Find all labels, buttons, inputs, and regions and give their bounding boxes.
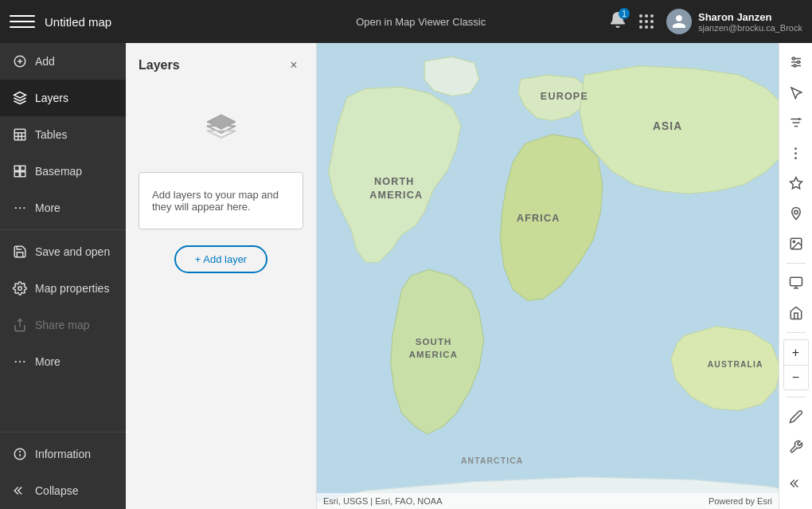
- sidebar-item-share-map[interactable]: Share map: [0, 307, 126, 343]
- menu-button[interactable]: [10, 9, 35, 34]
- layers-panel-close-button[interactable]: ×: [284, 56, 303, 75]
- layers-empty-icon: [201, 108, 242, 153]
- svg-point-13: [15, 207, 17, 209]
- fullscreen-button[interactable]: [783, 270, 809, 296]
- location-button[interactable]: [783, 201, 809, 226]
- more-dots-icon: [13, 201, 27, 215]
- save-icon: [13, 245, 27, 259]
- sidebar-item-layers[interactable]: Layers: [0, 80, 126, 116]
- topbar: Untitled map Open in Map Viewer Classic …: [0, 0, 812, 43]
- zoom-out-button[interactable]: −: [783, 365, 809, 390]
- sidebar-item-collapse[interactable]: Collapse: [0, 472, 126, 509]
- adjust-button[interactable]: [783, 49, 809, 75]
- svg-point-19: [19, 361, 21, 362]
- more-vertical-dots-icon: [794, 147, 797, 159]
- sidebar-item-add[interactable]: Add: [0, 43, 126, 80]
- svg-text:AUSTRALIA: AUSTRALIA: [708, 360, 763, 369]
- zoom-controls: + −: [783, 339, 809, 390]
- svg-point-40: [792, 57, 794, 60]
- sidebar-item-collapse-label: Collapse: [35, 484, 78, 497]
- notification-badge: 1: [619, 8, 630, 19]
- attribution-left: Esri, USGS | Esri, FAO, NOAA: [323, 496, 443, 506]
- sidebar-item-tables[interactable]: Tables: [0, 116, 126, 153]
- plus-circle-icon: [13, 54, 27, 69]
- svg-point-16: [18, 287, 22, 291]
- sidebar-item-information[interactable]: Information: [0, 436, 126, 472]
- svg-point-14: [19, 207, 21, 209]
- layers-panel: Layers × Add layers to your map and they…: [126, 43, 317, 509]
- sidebar-item-basemap[interactable]: Basemap: [0, 153, 126, 190]
- right-toolbar-divider2: [787, 332, 806, 333]
- waffle-menu-button[interactable]: [639, 14, 654, 29]
- layers-panel-header: Layers ×: [126, 43, 316, 84]
- svg-marker-3: [14, 92, 26, 99]
- svg-point-42: [794, 65, 796, 67]
- layers-empty-message: Add layers to your map and they will app…: [139, 172, 303, 229]
- right-toolbar-divider1: [787, 263, 806, 264]
- topbar-right: 1 Sharon Janzen sjanzen@brocku.ca_Brock: [609, 9, 802, 34]
- sidebar-divider2: [0, 432, 126, 433]
- sidebar-item-more1-label: More: [35, 202, 61, 214]
- tools-button[interactable]: [783, 434, 809, 460]
- sidebar-item-map-properties[interactable]: Map properties: [0, 270, 126, 307]
- more-tools-button[interactable]: [783, 140, 809, 166]
- map-area[interactable]: NORTH AMERICA SOUTH AMERICA EUROPE AFRIC…: [317, 43, 779, 509]
- collapse-icon: [13, 484, 27, 498]
- right-toolbar: + −: [779, 43, 812, 509]
- svg-point-18: [15, 361, 17, 362]
- svg-point-20: [23, 361, 25, 362]
- sidebar-item-map-props-label: Map properties: [35, 282, 109, 295]
- sidebar-item-more2[interactable]: More: [0, 343, 126, 380]
- svg-marker-47: [790, 178, 802, 189]
- svg-point-50: [793, 241, 794, 242]
- map-attribution: Esri, USGS | Esri, FAO, NOAA Powered by …: [317, 493, 779, 509]
- attribution-right: Powered by Esri: [709, 496, 772, 506]
- info-icon: [13, 447, 27, 461]
- sidebar-item-tables-label: Tables: [35, 128, 67, 141]
- zoom-in-button[interactable]: +: [783, 339, 809, 365]
- smart-mapping-button[interactable]: [783, 170, 809, 196]
- svg-rect-51: [790, 277, 802, 286]
- svg-rect-12: [21, 172, 25, 177]
- svg-rect-11: [14, 172, 19, 177]
- add-layer-label: + Add layer: [195, 253, 247, 265]
- layers-panel-title: Layers: [139, 58, 180, 72]
- sidebar-item-info-label: Information: [35, 448, 91, 460]
- svg-text:AFRICA: AFRICA: [517, 213, 560, 224]
- user-email: sjanzen@brocku.ca_Brock: [698, 23, 802, 33]
- sidebar: Add Layers: [0, 43, 126, 509]
- more-dots-icon2: [13, 354, 27, 369]
- filter-adjust-button[interactable]: [783, 110, 809, 135]
- user-profile-button[interactable]: Sharon Janzen sjanzen@brocku.ca_Brock: [666, 9, 802, 34]
- gear-icon: [13, 281, 27, 296]
- svg-text:ASIA: ASIA: [653, 120, 682, 132]
- sidebar-item-basemap-label: Basemap: [35, 165, 82, 178]
- basemap-icon: [13, 164, 27, 178]
- sidebar-item-layers-label: Layers: [35, 92, 68, 104]
- open-classic-link[interactable]: Open in Map Viewer Classic: [356, 16, 486, 28]
- avatar: [666, 9, 692, 34]
- home-button[interactable]: [783, 300, 809, 326]
- svg-text:AMERICA: AMERICA: [409, 350, 459, 359]
- svg-text:SOUTH: SOUTH: [416, 337, 452, 347]
- svg-text:EUROPE: EUROPE: [541, 91, 588, 102]
- sidebar-item-more1[interactable]: More: [0, 190, 126, 226]
- sidebar-item-save-label: Save and open: [35, 245, 110, 258]
- add-layer-button[interactable]: + Add layer: [174, 245, 267, 273]
- user-info: Sharon Janzen sjanzen@brocku.ca_Brock: [698, 11, 802, 33]
- svg-text:NORTH: NORTH: [374, 176, 415, 187]
- user-name: Sharon Janzen: [698, 11, 802, 23]
- notifications-button[interactable]: 1: [609, 11, 627, 32]
- svg-marker-26: [207, 131, 236, 138]
- svg-point-41: [797, 61, 799, 64]
- page-title: Untitled map: [45, 15, 232, 29]
- basemap-gallery-button[interactable]: [783, 231, 809, 256]
- svg-point-15: [23, 207, 25, 209]
- select-tool-button[interactable]: [783, 80, 809, 105]
- collapse-right-button[interactable]: [783, 471, 809, 496]
- sidebar-item-share-label: Share map: [35, 319, 89, 331]
- svg-marker-24: [207, 115, 236, 129]
- sidebar-item-save-open[interactable]: Save and open: [0, 233, 126, 270]
- edit-button[interactable]: [783, 404, 809, 429]
- main-layout: Add Layers: [0, 43, 812, 509]
